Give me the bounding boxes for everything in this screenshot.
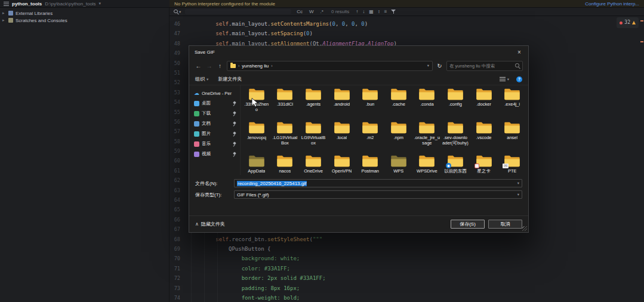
filetype-select[interactable]: GIF Files (*.gif) ▾ [234, 190, 522, 199]
select-all-occurrences-button[interactable]: ▦ [369, 9, 374, 14]
more-options-icon[interactable]: ≡ [384, 9, 387, 14]
folder-item[interactable]: .exe4j_i [498, 87, 526, 120]
sidebar-item-label: 图片 [202, 131, 230, 137]
next-occurrence-button[interactable]: ↓ [362, 9, 365, 14]
problems-widget[interactable]: 32 [617, 17, 639, 28]
folder-item[interactable]: .sev-downloader(可buhy) [442, 120, 469, 153]
folder-item[interactable]: WPS [385, 153, 412, 175]
up-button[interactable]: ↑ [216, 62, 224, 70]
filename-input[interactable]: recording_20250416_225413.gif ▾ [234, 179, 522, 187]
folder-glyph [276, 121, 293, 134]
folder-glyph [418, 121, 435, 134]
tree-chevron-icon[interactable]: ▸ [2, 18, 6, 23]
chevron-down-icon[interactable]: ▾ [99, 1, 101, 6]
folder-item[interactable]: PTE [498, 153, 526, 175]
project-tree-item[interactable]: ▸ Scratches and Consoles [0, 17, 169, 24]
filename-dropdown-icon[interactable]: ▾ [517, 181, 519, 186]
sidebar-item[interactable]: 视频 [192, 149, 238, 159]
folder-icon [362, 88, 378, 101]
save-file-dialog: Save GIF × ← → ↑ › yunsheng liu › ▾ ↻ 组织… [189, 45, 529, 233]
folder-glyph [476, 121, 492, 134]
new-folder-button[interactable]: 新建文件夹 [218, 76, 242, 82]
sidebar-item[interactable]: 桌面 [192, 98, 238, 108]
sidebar-item[interactable]: 音乐 [192, 139, 238, 149]
folder-item[interactable]: .oracle_jre_usage [414, 120, 441, 153]
sidebar-item[interactable]: 下载 [192, 109, 238, 118]
cancel-button[interactable]: 取消 [488, 220, 522, 229]
folder-glyph [276, 88, 293, 101]
folder-item[interactable]: AppData [243, 153, 270, 175]
configure-interpreter-link[interactable]: Configure Python interp... [585, 1, 639, 7]
project-tree-item[interactable]: ▸ External Libraries [0, 10, 169, 17]
problems-count: 32 [624, 18, 630, 27]
find-input[interactable] [185, 9, 291, 14]
folder-item[interactable]: .bun [356, 87, 384, 120]
code-line: 70 background: white; [170, 254, 644, 263]
search-input[interactable] [449, 63, 513, 69]
folder-item[interactable]: .m2 [356, 120, 384, 153]
folder-item[interactable]: OpenVPN [328, 153, 356, 175]
folder-name: nacos [279, 169, 291, 174]
breadcrumb-segment[interactable]: yunsheng liu [242, 63, 269, 69]
scrollbar-warning-mark [640, 20, 643, 21]
folder-item[interactable]: Postman [356, 153, 384, 175]
search-history-icon[interactable]: ▾ [174, 10, 181, 14]
folder-glyph [418, 155, 435, 168]
help-icon[interactable]: ? [516, 76, 522, 82]
folder-item[interactable]: .docker [470, 87, 498, 120]
refresh-button[interactable]: ↻ [436, 62, 443, 70]
whole-words-toggle[interactable]: W [308, 9, 315, 14]
line-number: 66 [170, 215, 185, 224]
folder-item[interactable]: .vscode [470, 120, 498, 153]
hide-folders-button[interactable]: ∧ 隐藏文件夹 [195, 221, 225, 227]
folder-item[interactable]: .cache [385, 87, 412, 120]
folder-item[interactable]: WPSDrive [414, 153, 441, 175]
filter-icon[interactable] [391, 9, 396, 14]
folder-icon [447, 155, 464, 168]
folder-item[interactable]: .331dlCl [272, 87, 299, 120]
folder-item[interactable]: .33SouZheno [243, 87, 270, 120]
address-dropdown-icon[interactable]: ▾ [427, 63, 429, 68]
back-button[interactable]: ← [195, 62, 202, 70]
folder-item[interactable]: .android [328, 87, 356, 120]
save-button[interactable]: 保存(S) [451, 220, 485, 229]
dialog-toolbar: 组织 ▾ 新建文件夹 ▾ ? [189, 73, 528, 85]
organize-button[interactable]: 组织 ▾ [195, 76, 208, 82]
filetype-dropdown-icon[interactable]: ▾ [517, 192, 519, 197]
location-folder-icon [230, 64, 236, 68]
folder-item[interactable]: OneDrive [300, 153, 327, 175]
folder-item[interactable]: .lenovopq [243, 120, 270, 153]
previous-occurrence-button[interactable]: ↑ [356, 9, 358, 14]
regex-toggle[interactable]: .* [319, 9, 325, 14]
folder-name: .vscode [476, 135, 492, 141]
folder-item[interactable]: ansel [498, 120, 526, 153]
forward-button[interactable]: → [205, 62, 213, 70]
folder-item[interactable]: 以前的东西 [442, 153, 469, 175]
sidebar-item[interactable]: 图片 [192, 129, 238, 138]
address-bar[interactable]: › yunsheng liu › ▾ [227, 61, 433, 71]
interpreter-warning-banner: No Python interpreter configured for the… [170, 0, 644, 7]
folder-item[interactable]: .conda [414, 87, 441, 120]
search-box[interactable] [446, 61, 523, 71]
tree-chevron-icon[interactable]: ▸ [2, 11, 6, 16]
sidebar-item[interactable]: 文档 [192, 119, 238, 128]
folder-item[interactable]: .config [442, 87, 469, 120]
project-name[interactable]: python_tools [12, 1, 42, 7]
folder-name: WPS [393, 169, 403, 174]
main-menu-icon[interactable] [4, 2, 9, 6]
editor-scrollbar[interactable] [640, 16, 644, 302]
folder-item[interactable]: 星之卡 [470, 153, 498, 175]
pin-icon [232, 152, 236, 156]
view-toggle-button[interactable]: ▾ [500, 77, 509, 82]
folder-item[interactable]: nacos [272, 153, 299, 175]
sidebar-item[interactable]: OneDrive - Per [192, 88, 238, 98]
toolbar-right: ▾ ? [500, 76, 522, 82]
folder-item[interactable]: LG9VirtualBox [300, 120, 327, 153]
folder-item[interactable]: .npm [385, 120, 412, 153]
folder-item[interactable]: .LG19VirtualBox [272, 120, 299, 153]
folder-item[interactable]: .agents [300, 87, 327, 120]
folder-item[interactable]: .local [328, 120, 356, 153]
search-in-selection-button[interactable]: ↕ [378, 9, 380, 14]
match-case-toggle[interactable]: Cc [295, 9, 304, 14]
close-icon[interactable]: × [510, 46, 528, 58]
